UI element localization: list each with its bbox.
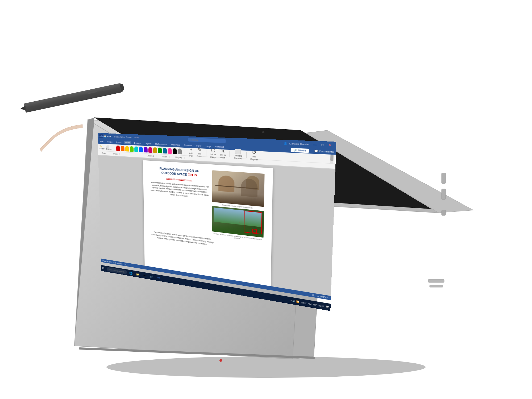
menu-layout[interactable]: Layout — [144, 142, 152, 145]
language-status: EN — [124, 263, 126, 265]
pen-hotpink[interactable] — [168, 148, 172, 154]
tools-section-label: Tools — [100, 152, 108, 155]
handwritten-title: This — [188, 172, 197, 177]
drawing-canvas-button[interactable]: ⬜ DrawingCanvas — [232, 148, 244, 160]
pen-pink[interactable] — [148, 147, 152, 153]
pen-green[interactable] — [130, 146, 134, 152]
doc-image-garden: → — [212, 206, 264, 238]
power-light — [219, 359, 222, 362]
taskbar-time: 10:10 AM — [301, 301, 311, 305]
window-controls: — □ ✕ — [311, 141, 334, 149]
word-count: 818 words — [113, 261, 122, 265]
speaker-grille — [428, 279, 444, 282]
taskbar-icons: ^ 🔊 📶 — [291, 300, 300, 303]
pens-section-label: Pens — [111, 153, 120, 155]
doc-paragraph-2: The design of a green roof or a roof gar… — [151, 230, 214, 247]
insert-section-label: Insert — [160, 155, 169, 158]
add-pen-button[interactable]: + AddPen — [188, 146, 194, 157]
maximize-button[interactable]: □ — [318, 141, 326, 148]
zoom-level[interactable]: — 100% + — [317, 295, 329, 299]
taskbar-app-store[interactable]: 🛒 — [148, 273, 155, 280]
minimize-button[interactable]: — — [311, 141, 319, 148]
menu-mailings[interactable]: Mailings — [170, 143, 181, 147]
user-name: Daniela Duarte — [289, 142, 309, 146]
search-input[interactable] — [188, 138, 226, 143]
menu-design[interactable]: Design — [133, 141, 142, 145]
start-button[interactable]: ⊞ — [102, 267, 106, 271]
webcam — [262, 131, 264, 133]
pen-blue[interactable] — [139, 147, 143, 152]
replay-section-label: Replay — [173, 156, 185, 159]
menu-references[interactable]: References — [155, 142, 168, 146]
taskbar-app-mail[interactable]: ✉ — [142, 272, 147, 279]
pen-orange[interactable] — [121, 146, 124, 151]
taskbar-app-edge[interactable]: 🌐 — [128, 270, 134, 276]
doc-images-right: Preparing labels for plant seedlings. → — [212, 170, 264, 242]
user-avatar: 👤 — [284, 142, 287, 145]
menu-file[interactable]: File — [99, 140, 104, 143]
draw-tool[interactable]: ✏️ Draw — [99, 144, 105, 150]
convert-section-label: Convert — [145, 155, 156, 157]
pen-gray[interactable] — [178, 148, 182, 154]
erase-tool[interactable]: ⬜ Erase — [106, 145, 112, 151]
comments-button[interactable]: 💬 Comments — [314, 149, 334, 153]
doc-image-seedlings — [212, 170, 264, 207]
side-button-2 — [442, 189, 446, 200]
menu-draw[interactable]: Draw — [124, 141, 131, 144]
laptop-shadow — [106, 356, 426, 378]
pen-teal[interactable] — [134, 146, 138, 152]
saved-indicator: Saved — [134, 136, 139, 139]
close-button[interactable]: ✕ — [326, 141, 334, 149]
share-button[interactable]: 🔗 Share — [290, 148, 309, 153]
pen-red[interactable] — [116, 146, 120, 151]
taskbar-app-explorer[interactable]: 📁 — [135, 271, 140, 278]
pen-black[interactable] — [173, 148, 177, 154]
main-scene: AutoSave 💾 ↩ ↪ Sustainable Guide Saved 👤… — [0, 0, 532, 399]
menu-home[interactable]: Home — [106, 140, 113, 143]
pen-darkblue[interactable] — [163, 148, 167, 153]
taskbar-app-word[interactable]: W — [156, 275, 162, 281]
page-status: Page 4 of 5 — [102, 260, 111, 263]
pen-purple[interactable] — [144, 147, 148, 152]
ink-to-math-button[interactable]: π Ink toMath — [219, 148, 227, 159]
document-title: Sustainable Guide — [114, 135, 132, 139]
view-mode[interactable]: ⊞ — [312, 294, 314, 297]
pen-darkgreen[interactable] — [158, 147, 162, 153]
titlebar-left: AutoSave 💾 ↩ ↪ Sustainable Guide Saved — [99, 134, 139, 139]
ink-editor-button[interactable]: ✎ InkEditor — [196, 147, 203, 158]
ink-to-shape-button[interactable]: ⬠ Ink toShape — [209, 147, 218, 159]
autosave-icon: AutoSave — [99, 134, 103, 138]
side-button-3 — [442, 210, 446, 215]
menu-insert[interactable]: Insert — [115, 140, 122, 144]
taskbar-notification[interactable]: 💬 — [326, 305, 329, 308]
quick-access-toolbar: 💾 ↩ ↪ — [104, 135, 111, 138]
svg-rect-0 — [430, 285, 443, 287]
pen-yellow[interactable] — [125, 146, 129, 151]
pen-gold[interactable] — [153, 147, 157, 153]
side-button-1 — [442, 173, 446, 184]
ink-replay-button[interactable]: ↺ InkInk ReplayReplay — [249, 149, 259, 161]
taskbar-date: 10/1/2019 — [313, 303, 324, 307]
